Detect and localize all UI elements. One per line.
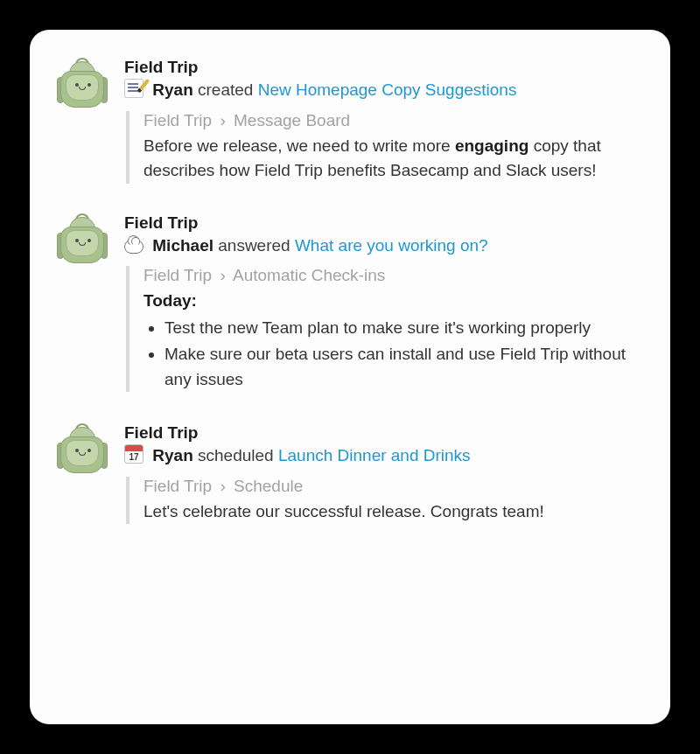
message: Field Trip Ryan scheduled Launch Dinner …	[56, 423, 637, 524]
breadcrumb-separator-icon: ›	[220, 266, 225, 284]
breadcrumb-root[interactable]: Field Trip	[144, 111, 212, 129]
subject-link[interactable]: What are you working on?	[295, 236, 488, 255]
message: Field Trip Ryan created New Homepage Cop…	[56, 58, 637, 184]
actor-name: Ryan	[152, 446, 192, 464]
app-avatar	[56, 58, 112, 114]
thought-cloud-icon	[124, 240, 144, 254]
app-avatar	[56, 213, 112, 269]
app-name: Field Trip	[124, 58, 637, 77]
subject-link[interactable]: New Homepage Copy Suggestions	[258, 80, 517, 99]
calendar-icon	[124, 444, 144, 464]
backpack-icon	[56, 58, 108, 110]
message-body: Before we release, we need to write more…	[144, 134, 637, 184]
subject-link[interactable]: Launch Dinner and Drinks	[278, 446, 471, 464]
action-line: Ryan scheduled Launch Dinner and Drinks	[124, 444, 637, 468]
actor-name: Ryan	[152, 80, 192, 99]
app-name: Field Trip	[124, 423, 637, 443]
backpack-icon	[56, 213, 108, 266]
backpack-icon	[56, 423, 108, 476]
action-line: Michael answered What are you working on…	[124, 234, 637, 258]
attachment: Field Trip › Schedule Let's celebrate ou…	[126, 477, 637, 525]
feed-card: Field Trip Ryan created New Homepage Cop…	[30, 30, 670, 724]
attachment: Field Trip › Automatic Check-ins Today:T…	[126, 266, 637, 392]
action-line: Ryan created New Homepage Copy Suggestio…	[124, 79, 637, 102]
app-name: Field Trip	[124, 213, 637, 233]
app-avatar	[56, 423, 112, 479]
breadcrumb: Field Trip › Automatic Check-ins	[144, 266, 637, 285]
actor-name: Michael	[152, 236, 214, 255]
breadcrumb-root[interactable]: Field Trip	[144, 477, 212, 495]
message-body: Let's celebrate our successful release. …	[144, 499, 637, 525]
attachment: Field Trip › Message Board Before we rel…	[126, 111, 637, 184]
breadcrumb-leaf[interactable]: Message Board	[234, 111, 350, 129]
message-body: Today:Test the new Team plan to make sur…	[144, 289, 637, 392]
breadcrumb-leaf[interactable]: Automatic Check-ins	[233, 266, 385, 284]
action-verb: scheduled	[198, 446, 274, 464]
breadcrumb-root[interactable]: Field Trip	[144, 266, 212, 284]
breadcrumb-separator-icon: ›	[220, 477, 225, 495]
message: Field Trip Michael answered What are you…	[56, 213, 637, 394]
breadcrumb: Field Trip › Message Board	[144, 111, 637, 130]
breadcrumb: Field Trip › Schedule	[144, 477, 637, 496]
breadcrumb-separator-icon: ›	[220, 111, 225, 129]
breadcrumb-leaf[interactable]: Schedule	[234, 477, 303, 495]
action-verb: answered	[218, 236, 290, 255]
memo-icon	[124, 79, 144, 98]
action-verb: created	[198, 80, 253, 99]
